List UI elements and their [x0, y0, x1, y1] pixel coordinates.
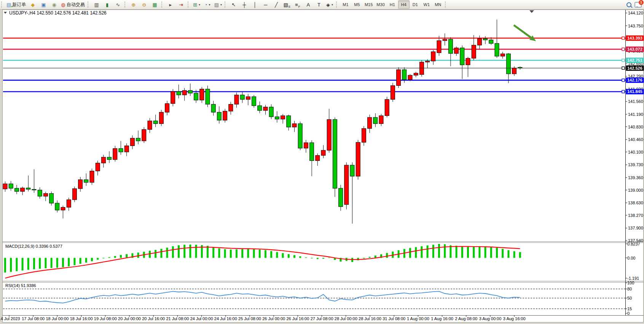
macd-tick-label: -1.191 — [627, 276, 639, 281]
chat-icon[interactable]: 1 — [634, 2, 642, 8]
candle-body — [472, 45, 476, 58]
macd-bar — [490, 247, 492, 258]
price-tick-label: 138.270 — [628, 213, 643, 218]
channel-icon[interactable]: ▧E — [282, 0, 292, 9]
price-tick-label: 141.190 — [628, 112, 643, 117]
candle-body — [159, 112, 163, 124]
macd-bar — [4, 258, 6, 273]
candle-body — [26, 188, 30, 189]
line-anchor-square[interactable] — [622, 48, 625, 51]
periods-icon: ◔ — [204, 2, 207, 7]
bar-chart-icon[interactable]: ▥ — [91, 0, 102, 9]
candle-body — [281, 115, 285, 119]
price-badge-label: 143.393 — [627, 36, 642, 40]
line-anchor-square[interactable] — [622, 79, 625, 82]
macd-bar — [305, 257, 307, 258]
time-label: 24 Jul 00:00 — [190, 316, 213, 321]
label-icon[interactable]: T — [314, 0, 324, 9]
macd-bar — [519, 252, 521, 258]
auto-trading-button[interactable]: ◍自动交易 — [59, 0, 86, 9]
price-tick-label: 139.360 — [628, 175, 643, 180]
zoom-out-icon[interactable]: ⊖ — [139, 0, 150, 9]
notification-badge: 1 — [639, 0, 644, 5]
macd-bar — [16, 258, 18, 271]
templates-icon[interactable]: ▨▾ — [213, 0, 223, 9]
horizontal-line-icon: ─ — [264, 2, 267, 7]
market-watch-icon[interactable]: ▣ — [38, 0, 49, 9]
candle-body — [304, 143, 308, 148]
auto-scroll-icon[interactable]: ▸ — [165, 0, 176, 9]
line-anchor-square[interactable] — [622, 90, 625, 93]
vertical-line-icon: │ — [253, 2, 257, 7]
new-order-button[interactable]: ▤+新订单 — [5, 0, 27, 9]
candle-body — [362, 128, 366, 142]
indicators-icon[interactable]: ⊞▾ — [191, 0, 202, 9]
candle-body — [397, 70, 401, 86]
timeframe-m5-button[interactable]: M5 — [351, 0, 363, 9]
line-anchor-square[interactable] — [622, 37, 625, 40]
horizontal-line-icon[interactable]: ─ — [260, 0, 271, 9]
candlestick-chart-icon: ▮ — [106, 2, 108, 7]
candle-body — [119, 149, 123, 152]
crosshair-icon: ┼ — [242, 2, 246, 7]
macd-bar — [85, 258, 87, 263]
macd-bar — [409, 248, 411, 258]
candle-body — [263, 107, 268, 111]
line-anchor-square[interactable] — [622, 67, 625, 69]
time-label: 19 Jul 08:00 — [94, 316, 117, 321]
time-label: 1 Aug 00:00 — [407, 316, 429, 321]
timeframe-h1-button[interactable]: H1 — [387, 0, 398, 9]
candle-body — [275, 117, 279, 119]
rsi-label: RSI(14) 51.9386 — [5, 283, 36, 288]
candle-body — [136, 138, 140, 141]
signal-icon[interactable]: ◉ — [49, 0, 59, 9]
crosshair-icon[interactable]: ┼ — [239, 0, 250, 9]
candle-body — [49, 194, 54, 203]
macd-bar — [456, 246, 457, 258]
candle-body — [391, 86, 395, 99]
zoom-in-icon[interactable]: ⊕ — [128, 0, 139, 9]
candle-body — [408, 75, 412, 80]
toolbar: ▤+新订单◆▣◉◍自动交易▥▮∿⊕⊖▦▸⇥⊞▾◔▾▨▾↖┼│─╱▧E≡FAT◈▾… — [0, 0, 644, 10]
toolbar-separator — [445, 2, 447, 8]
timeframe-d1-button[interactable]: D1 — [410, 0, 421, 9]
timeframe-w1-button[interactable]: W1 — [421, 0, 432, 9]
candle-body — [258, 106, 262, 111]
line-anchor-square[interactable] — [622, 59, 625, 62]
macd-tick-label: 0.00 — [627, 256, 635, 260]
line-chart-icon[interactable]: ∿ — [113, 0, 123, 9]
macd-bar — [166, 248, 168, 258]
fibonacci-icon[interactable]: ≡F — [292, 0, 303, 9]
tile-windows-icon: ▦ — [152, 2, 157, 7]
vertical-line-icon[interactable]: │ — [250, 0, 260, 9]
periods-icon[interactable]: ◔▾ — [202, 0, 213, 9]
price-tick-label: 144.120 — [628, 11, 643, 15]
signal-icon: ◉ — [52, 2, 56, 7]
timeframe-mn-button[interactable]: MN — [432, 0, 444, 9]
price-tick-label: 139.730 — [628, 162, 643, 167]
timeframe-m15-button[interactable]: M15 — [363, 0, 375, 9]
tile-windows-icon[interactable]: ▦ — [150, 0, 160, 9]
macd-bar — [421, 246, 422, 258]
profile-icon[interactable]: ◆ — [27, 0, 38, 9]
candle-body — [327, 119, 331, 150]
search-icon[interactable] — [626, 2, 631, 7]
macd-bar — [22, 258, 24, 271]
trendline-icon[interactable]: ╱ — [271, 0, 282, 9]
channel-icon-sub: E — [289, 5, 290, 8]
candlestick-chart-icon[interactable]: ▮ — [102, 0, 113, 9]
shapes-icon[interactable]: ◈▾ — [324, 0, 335, 9]
chart-shift-icon[interactable]: ⇥ — [176, 0, 187, 9]
timeframe-m1-button[interactable]: M1 — [340, 0, 351, 9]
candle-body — [124, 146, 129, 152]
timeframe-h4-button[interactable]: H4 — [398, 0, 410, 9]
macd-bar — [97, 258, 99, 260]
new-order-button-label: 新订单 — [12, 2, 26, 8]
candle-body — [130, 138, 134, 146]
chart-window[interactable]: 144.120143.750143.380143.020142.650142.2… — [0, 0, 644, 324]
timeframe-m30-button[interactable]: M30 — [375, 0, 386, 9]
cursor-icon[interactable]: ↖ — [228, 0, 239, 9]
time-label: 2 Aug 08:00 — [455, 316, 477, 321]
text-icon[interactable]: A — [303, 0, 314, 9]
candle-body — [148, 121, 152, 130]
